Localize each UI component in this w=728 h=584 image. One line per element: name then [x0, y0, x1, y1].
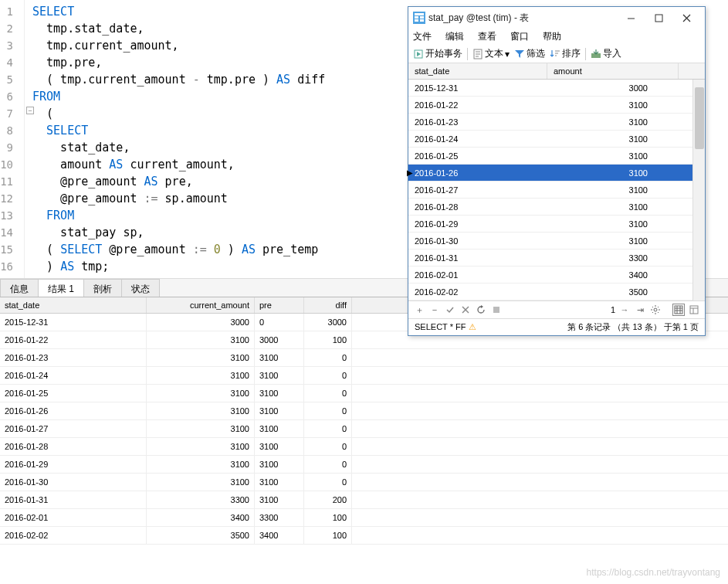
grid-row[interactable]: 2016-01-313300 — [408, 250, 705, 267]
grid-column-header[interactable]: stat_date — [408, 63, 547, 79]
cell[interactable]: 2015-12-31 — [0, 314, 147, 331]
cell[interactable]: 3100 — [147, 367, 255, 384]
cell[interactable]: 3300 — [147, 491, 255, 508]
code-line[interactable]: @pre_amount AS pre, — [32, 173, 332, 190]
titlebar[interactable]: stat_pay @test (tim) - 表 — [408, 7, 705, 29]
cell[interactable]: 3100 — [255, 402, 304, 419]
cell[interactable]: 3100 — [255, 491, 304, 508]
cell[interactable]: 100 — [304, 509, 352, 526]
grid-row[interactable]: 2016-01-263100 — [408, 165, 705, 182]
grid-cell[interactable]: 3100 — [547, 167, 679, 179]
table-row[interactable]: 2016-01-23310031000 — [0, 349, 728, 367]
grid-cell[interactable]: 2016-01-29 — [408, 218, 547, 230]
commit-button[interactable] — [444, 304, 456, 316]
cell[interactable]: 3100 — [255, 420, 304, 437]
grid-row[interactable]: 2016-01-253100 — [408, 148, 705, 165]
cell[interactable]: 3000 — [255, 331, 304, 348]
table-row[interactable]: 2016-01-26310031000 — [0, 402, 728, 420]
stop-button[interactable] — [490, 304, 503, 316]
cell[interactable]: 3100 — [147, 474, 255, 491]
code-line[interactable]: FROM — [32, 88, 332, 105]
table-row[interactable]: 2016-01-3133003100200 — [0, 491, 728, 509]
cell[interactable]: 100 — [304, 527, 352, 544]
cell[interactable]: 0 — [304, 385, 352, 402]
cell[interactable]: 3300 — [255, 509, 304, 526]
scrollbar-thumb[interactable] — [695, 87, 704, 149]
tab-结果 1[interactable]: 结果 1 — [38, 279, 84, 297]
cell[interactable]: 3100 — [255, 438, 304, 455]
cell[interactable]: 3500 — [147, 527, 255, 544]
grid-row[interactable]: 2016-01-303100 — [408, 233, 705, 250]
code-line[interactable]: ( SELECT @pre_amount := 0 ) AS pre_temp — [32, 241, 332, 258]
next-record-button[interactable]: → — [618, 304, 631, 316]
grid-row[interactable]: 2016-01-233100 — [408, 114, 705, 131]
import-button[interactable]: 导入 — [591, 47, 621, 60]
minimize-button[interactable] — [617, 10, 645, 25]
code-line[interactable]: tmp.stat_date, — [32, 20, 332, 37]
table-row[interactable]: 2016-01-29310031000 — [0, 456, 728, 474]
grid-cell[interactable]: 3000 — [547, 82, 679, 94]
grid-column-header[interactable]: amount — [547, 63, 679, 79]
code-area[interactable]: SELECT tmp.stat_date, tmp.current_amount… — [25, 0, 332, 278]
grid-cell[interactable]: 3100 — [547, 235, 679, 247]
refresh-button[interactable] — [475, 304, 487, 316]
cell[interactable]: 200 — [304, 491, 352, 508]
cell[interactable]: 3100 — [147, 456, 255, 473]
cell[interactable]: 2016-01-23 — [0, 349, 147, 366]
cell[interactable]: 2016-01-29 — [0, 456, 147, 473]
grid-cell[interactable]: 2016-01-24 — [408, 133, 547, 145]
sort-button[interactable]: 排序 — [550, 47, 581, 60]
table-row[interactable]: 2016-02-0134003300100 — [0, 509, 728, 527]
result-body[interactable]: 2015-12-313000030002016-01-2231003000100… — [0, 314, 728, 545]
filter-button[interactable]: 筛选 — [514, 47, 545, 60]
grid-cell[interactable]: 3100 — [547, 184, 679, 196]
grid-cell[interactable]: 2016-01-31 — [408, 252, 547, 264]
grid-row[interactable]: 2016-01-283100 — [408, 199, 705, 216]
grid-view-icon[interactable] — [672, 304, 685, 316]
code-line[interactable]: stat_pay sp, — [32, 224, 332, 241]
grid-cell[interactable]: 3100 — [547, 116, 679, 128]
cell[interactable]: 2016-01-25 — [0, 385, 147, 402]
cell[interactable]: 2016-01-30 — [0, 474, 147, 491]
settings-icon[interactable] — [649, 304, 662, 316]
grid-cell[interactable]: 2016-01-30 — [408, 235, 547, 247]
cell[interactable]: 3100 — [255, 385, 304, 402]
grid-cell[interactable]: 2016-01-23 — [408, 116, 547, 128]
grid-cell[interactable]: 2016-01-27 — [408, 184, 547, 196]
vertical-scrollbar[interactable] — [692, 80, 705, 300]
table-row[interactable]: 2016-01-24310031000 — [0, 367, 728, 385]
delete-row-button[interactable]: − — [428, 304, 441, 316]
cell[interactable]: 2016-01-26 — [0, 402, 147, 419]
cell[interactable]: 3100 — [147, 402, 255, 419]
fold-toggle[interactable]: − — [26, 107, 34, 114]
cell[interactable]: 2016-02-02 — [0, 527, 147, 544]
code-line[interactable]: tmp.pre, — [32, 54, 332, 71]
text-button[interactable]: 文本 ▾ — [472, 47, 510, 60]
cell[interactable]: 3100 — [147, 385, 255, 402]
code-line[interactable]: tmp.current_amount, — [32, 37, 332, 54]
cell[interactable]: 2016-01-31 — [0, 491, 147, 508]
menu-窗口[interactable]: 窗口 — [510, 30, 529, 43]
close-button[interactable] — [672, 10, 700, 25]
cell[interactable]: 2016-01-27 — [0, 420, 147, 437]
grid-cell[interactable]: 3100 — [547, 218, 679, 230]
tab-状态[interactable]: 状态 — [121, 279, 160, 297]
cell[interactable]: 3100 — [147, 420, 255, 437]
cell[interactable]: 3100 — [255, 367, 304, 384]
column-header[interactable]: diff — [304, 297, 352, 313]
cell[interactable]: 3100 — [147, 438, 255, 455]
tab-信息[interactable]: 信息 — [0, 279, 39, 297]
menu-文件[interactable]: 文件 — [413, 30, 432, 43]
grid-row[interactable]: 2016-01-243100 — [408, 131, 705, 148]
grid-cell[interactable]: 3500 — [547, 286, 679, 298]
cell[interactable]: 0 — [304, 420, 352, 437]
menu-查看[interactable]: 查看 — [478, 30, 496, 43]
table-row[interactable]: 2016-01-30310031000 — [0, 474, 728, 491]
cell[interactable]: 3400 — [255, 527, 304, 544]
cell[interactable]: 0 — [304, 367, 352, 384]
cell[interactable]: 3100 — [255, 456, 304, 473]
code-line[interactable]: SELECT — [32, 3, 332, 20]
table-row[interactable]: 2016-01-27310031000 — [0, 420, 728, 438]
grid-row[interactable]: 2016-01-293100 — [408, 216, 705, 233]
cell[interactable]: 3100 — [147, 349, 255, 366]
